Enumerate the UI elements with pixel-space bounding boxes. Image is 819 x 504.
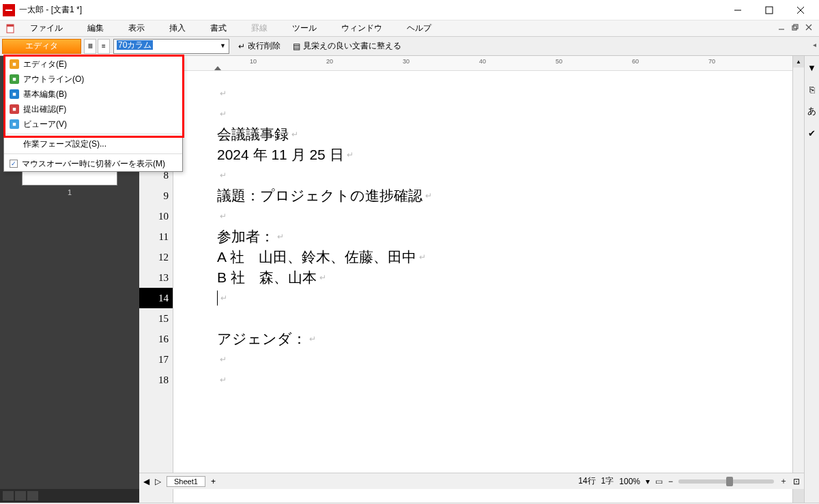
window-title: 一太郎 - [文書1 *] xyxy=(19,4,722,16)
right-strip-icon[interactable]: ▼ xyxy=(806,61,818,74)
line-number: 15 xyxy=(139,308,173,329)
add-sheet-icon[interactable]: + xyxy=(211,477,216,486)
line-number: 16 xyxy=(139,329,173,349)
line-number: 11 xyxy=(139,226,173,247)
document-line[interactable]: ↵ xyxy=(217,206,804,226)
editor-mode-dropdown: ■エディタ(E)■アウトライン(O)■基本編集(B)■提出確認(F)■ビューア(… xyxy=(3,56,183,172)
dropdown-item[interactable]: ■提出確認(F) xyxy=(4,102,182,117)
document-line[interactable]: ↵ xyxy=(217,288,804,308)
mdi-close-button[interactable] xyxy=(803,22,815,33)
editor-area: 10203040506070 6789101112131415161718 ↵↵… xyxy=(139,56,804,503)
sidebar-footer xyxy=(0,489,139,503)
zoom-dropdown-icon[interactable]: ▾ xyxy=(646,477,650,486)
line-number: 12 xyxy=(139,247,173,267)
right-strip-icon[interactable]: ✔ xyxy=(806,127,818,139)
document-line[interactable]: ↵ xyxy=(217,370,804,390)
document-line[interactable]: A 社 山田、鈴木、佐藤、田中↵ xyxy=(217,247,804,267)
sidebar-footer-icon[interactable] xyxy=(3,491,14,501)
dropdown-item[interactable]: ■アウトライン(O) xyxy=(4,72,182,87)
zoom-fit-icon[interactable]: ⊡ xyxy=(793,477,800,486)
status-zoom: 100% xyxy=(619,477,640,486)
svg-rect-0 xyxy=(5,10,12,11)
doc-icon: ▤ xyxy=(293,42,300,51)
columns-select[interactable]: 70カラム ▼ xyxy=(113,39,229,54)
line-number: 13 xyxy=(139,267,173,288)
menu-表示[interactable]: 表示 xyxy=(116,21,157,35)
view-mode-icon[interactable]: ▭ xyxy=(655,477,663,486)
right-strip-icon[interactable]: ⎘ xyxy=(806,83,818,95)
sidebar-footer-icon[interactable] xyxy=(27,491,38,501)
sheet-tab[interactable]: Sheet1 xyxy=(167,476,205,487)
indent-marker-icon[interactable] xyxy=(214,66,221,70)
kaigyo-delete-button[interactable]: ↵ 改行削除 xyxy=(232,39,287,54)
horizontal-status-bar: ◀ ▷ Sheet1 + 14行 1字 100% ▾ ▭ − ＋ ⊡ xyxy=(139,473,804,489)
menu-ウィンドウ[interactable]: ウィンドウ xyxy=(329,21,394,35)
zoom-in-button[interactable]: ＋ xyxy=(779,475,788,487)
dropdown-item[interactable]: ■基本編集(B) xyxy=(4,87,182,102)
line-number: 9 xyxy=(139,186,173,206)
line-number: 17 xyxy=(139,349,173,370)
document-line[interactable] xyxy=(217,308,804,329)
status-line: 14行 xyxy=(578,475,595,487)
dropdown-settings[interactable]: 作業フェーズ設定(S)... xyxy=(4,136,182,151)
line-number: 18 xyxy=(139,370,173,390)
sidebar-footer-icon[interactable] xyxy=(15,491,26,501)
menu-ファイル[interactable]: ファイル xyxy=(18,21,75,35)
right-tool-strip: ▼⎘あ✔ xyxy=(804,56,819,503)
document-line[interactable]: ↵ xyxy=(217,165,804,186)
menu-ツール[interactable]: ツール xyxy=(280,21,329,35)
svg-rect-9 xyxy=(794,25,798,29)
toolbar-icon-2[interactable]: ≡ xyxy=(98,39,110,54)
svg-rect-2 xyxy=(766,7,773,14)
dropdown-mouseover-toggle[interactable]: ✓マウスオーバー時に切替バーを表示(M) xyxy=(4,156,182,171)
app-icon xyxy=(3,4,15,16)
sheet-nav-icon[interactable]: ▷ xyxy=(155,477,161,486)
document-line[interactable]: アジェンダ：↵ xyxy=(217,329,804,349)
thumbnail-page-number: 1 xyxy=(0,188,139,196)
document-line[interactable]: 2024 年 11 月 25 日↵ xyxy=(217,145,804,165)
titlebar: 一太郎 - [文書1 *] xyxy=(0,0,819,20)
svg-rect-8 xyxy=(792,26,796,30)
zoom-out-button[interactable]: − xyxy=(668,477,673,486)
scroll-end-button[interactable] xyxy=(793,491,804,503)
scroll-up-button[interactable]: ▲ xyxy=(793,56,804,68)
status-column: 1字 xyxy=(601,475,614,487)
svg-rect-6 xyxy=(7,25,14,27)
doc-icon xyxy=(5,24,15,33)
menu-編集[interactable]: 編集 xyxy=(75,21,116,35)
document-line[interactable]: 議題：プロジェクトの進捗確認↵ xyxy=(217,186,804,206)
mdi-minimize-button[interactable] xyxy=(775,22,788,33)
menu-挿入[interactable]: 挿入 xyxy=(157,21,198,35)
scroll-left-icon[interactable]: ◀ xyxy=(143,477,149,486)
beautify-button[interactable]: ▤ 見栄えの良い文書に整える xyxy=(287,39,407,54)
toolbar-icon-1[interactable]: Ⅲ xyxy=(84,39,96,54)
return-icon: ↵ xyxy=(238,42,245,51)
dropdown-item[interactable]: ■ビューア(V) xyxy=(4,117,182,132)
menu-書式[interactable]: 書式 xyxy=(198,21,239,35)
document-page[interactable]: ↵↵会議議事録↵2024 年 11 月 25 日↵↵議題：プロジェクトの進捗確認… xyxy=(173,71,804,503)
minimize-button[interactable] xyxy=(722,0,753,20)
toolbar: エディタ Ⅲ ≡ 70カラム ▼ ↵ 改行削除 ▤ 見栄えの良い文書に整える ◂ xyxy=(0,37,819,56)
document-line[interactable]: 会議議事録↵ xyxy=(217,124,804,145)
menu-罫線[interactable]: 罫線 xyxy=(239,21,280,35)
vertical-scrollbar[interactable]: ▲ ▼ xyxy=(792,56,804,503)
editor-mode-button[interactable]: エディタ xyxy=(2,39,81,54)
mdi-restore-button[interactable] xyxy=(789,22,801,33)
close-button[interactable] xyxy=(785,0,816,20)
toolbar-overflow-icon[interactable]: ◂ xyxy=(813,41,816,48)
document-line[interactable]: ↵ xyxy=(217,349,804,370)
menubar: ファイル編集表示挿入書式罫線ツールウィンドウヘルプ xyxy=(0,20,819,37)
right-strip-icon[interactable]: あ xyxy=(806,105,818,117)
dropdown-item[interactable]: ■エディタ(E) xyxy=(4,57,182,72)
line-number: 10 xyxy=(139,206,173,226)
document-line[interactable]: 参加者：↵ xyxy=(217,226,804,247)
maximize-button[interactable] xyxy=(753,0,785,20)
menu-ヘルプ[interactable]: ヘルプ xyxy=(394,21,444,35)
zoom-slider[interactable] xyxy=(678,479,774,484)
document-line[interactable]: B 社 森、山本↵ xyxy=(217,267,804,288)
line-number: 14 xyxy=(139,288,173,308)
horizontal-ruler[interactable]: 10203040506070 xyxy=(173,56,804,70)
